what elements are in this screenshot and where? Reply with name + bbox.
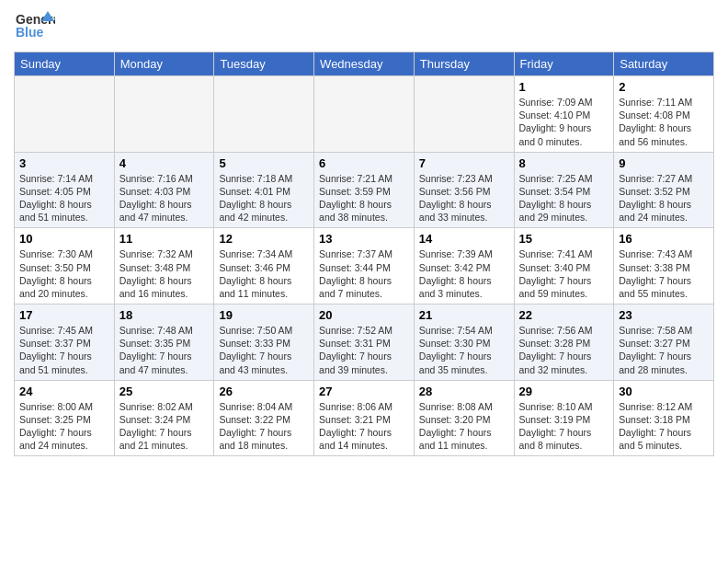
day-info: Sunrise: 7:41 AM Sunset: 3:40 PM Dayligh… xyxy=(519,247,609,300)
day-info: Sunrise: 7:30 AM Sunset: 3:50 PM Dayligh… xyxy=(19,247,109,300)
calendar: SundayMondayTuesdayWednesdayThursdayFrid… xyxy=(14,52,714,456)
day-info: Sunrise: 8:12 AM Sunset: 3:18 PM Dayligh… xyxy=(619,400,709,453)
day-info: Sunrise: 7:25 AM Sunset: 3:54 PM Dayligh… xyxy=(519,172,609,224)
calendar-cell xyxy=(214,76,314,153)
day-info: Sunrise: 7:58 AM Sunset: 3:27 PM Dayligh… xyxy=(619,324,709,376)
day-info: Sunrise: 7:32 AM Sunset: 3:48 PM Dayligh… xyxy=(119,247,210,300)
day-info: Sunrise: 7:21 AM Sunset: 3:59 PM Dayligh… xyxy=(319,172,409,224)
day-info: Sunrise: 8:00 AM Sunset: 3:25 PM Dayligh… xyxy=(19,400,109,453)
day-info: Sunrise: 7:23 AM Sunset: 3:56 PM Dayligh… xyxy=(419,172,509,224)
day-number: 13 xyxy=(319,232,409,246)
calendar-cell: 26Sunrise: 8:04 AM Sunset: 3:22 PM Dayli… xyxy=(214,380,314,456)
day-info: Sunrise: 7:45 AM Sunset: 3:37 PM Dayligh… xyxy=(19,324,109,376)
calendar-cell: 12Sunrise: 7:34 AM Sunset: 3:46 PM Dayli… xyxy=(214,228,314,304)
calendar-cell xyxy=(414,76,514,153)
calendar-cell: 1Sunrise: 7:09 AM Sunset: 4:10 PM Daylig… xyxy=(514,76,614,153)
weekday-header-cell: Friday xyxy=(514,52,614,76)
calendar-cell: 2Sunrise: 7:11 AM Sunset: 4:08 PM Daylig… xyxy=(614,76,714,153)
calendar-cell xyxy=(114,76,214,153)
day-info: Sunrise: 7:39 AM Sunset: 3:42 PM Dayligh… xyxy=(419,247,509,300)
day-info: Sunrise: 7:11 AM Sunset: 4:08 PM Dayligh… xyxy=(619,96,709,148)
day-number: 5 xyxy=(219,156,309,170)
calendar-cell: 22Sunrise: 7:56 AM Sunset: 3:28 PM Dayli… xyxy=(514,304,614,381)
day-number: 15 xyxy=(519,232,609,246)
calendar-cell: 8Sunrise: 7:25 AM Sunset: 3:54 PM Daylig… xyxy=(514,152,614,228)
main-container: General Blue SundayMondayTuesdayWednesda… xyxy=(0,0,728,465)
calendar-week-row: 3Sunrise: 7:14 AM Sunset: 4:05 PM Daylig… xyxy=(15,152,714,228)
day-number: 18 xyxy=(119,308,210,322)
day-number: 20 xyxy=(319,308,409,322)
day-info: Sunrise: 8:04 AM Sunset: 3:22 PM Dayligh… xyxy=(219,400,309,453)
calendar-cell: 25Sunrise: 8:02 AM Sunset: 3:24 PM Dayli… xyxy=(114,380,214,456)
day-info: Sunrise: 7:18 AM Sunset: 4:01 PM Dayligh… xyxy=(219,172,309,224)
day-number: 9 xyxy=(619,156,709,170)
weekday-header-cell: Tuesday xyxy=(214,52,314,76)
header: General Blue xyxy=(14,9,714,44)
day-number: 8 xyxy=(519,156,609,170)
day-number: 23 xyxy=(619,308,709,322)
day-info: Sunrise: 7:52 AM Sunset: 3:31 PM Dayligh… xyxy=(319,324,409,376)
weekday-header: SundayMondayTuesdayWednesdayThursdayFrid… xyxy=(15,52,714,76)
day-number: 21 xyxy=(419,308,509,322)
calendar-body: 1Sunrise: 7:09 AM Sunset: 4:10 PM Daylig… xyxy=(15,76,714,456)
day-number: 29 xyxy=(519,385,609,398)
day-info: Sunrise: 8:08 AM Sunset: 3:20 PM Dayligh… xyxy=(419,400,509,453)
day-number: 10 xyxy=(19,232,109,246)
day-number: 7 xyxy=(419,156,509,170)
day-info: Sunrise: 7:43 AM Sunset: 3:38 PM Dayligh… xyxy=(619,247,709,300)
calendar-week-row: 1Sunrise: 7:09 AM Sunset: 4:10 PM Daylig… xyxy=(15,76,714,153)
day-number: 24 xyxy=(19,385,109,398)
day-number: 17 xyxy=(19,308,109,322)
day-info: Sunrise: 8:02 AM Sunset: 3:24 PM Dayligh… xyxy=(119,400,210,453)
day-number: 4 xyxy=(119,156,210,170)
calendar-cell: 5Sunrise: 7:18 AM Sunset: 4:01 PM Daylig… xyxy=(214,152,314,228)
weekday-header-cell: Thursday xyxy=(414,52,514,76)
day-number: 30 xyxy=(619,385,709,398)
calendar-cell: 20Sunrise: 7:52 AM Sunset: 3:31 PM Dayli… xyxy=(314,304,415,381)
calendar-cell: 19Sunrise: 7:50 AM Sunset: 3:33 PM Dayli… xyxy=(214,304,314,381)
day-info: Sunrise: 7:50 AM Sunset: 3:33 PM Dayligh… xyxy=(219,324,309,376)
day-info: Sunrise: 7:48 AM Sunset: 3:35 PM Dayligh… xyxy=(119,324,210,376)
calendar-cell: 11Sunrise: 7:32 AM Sunset: 3:48 PM Dayli… xyxy=(114,228,214,304)
day-number: 1 xyxy=(519,80,609,94)
calendar-cell: 24Sunrise: 8:00 AM Sunset: 3:25 PM Dayli… xyxy=(15,380,115,456)
calendar-cell: 30Sunrise: 8:12 AM Sunset: 3:18 PM Dayli… xyxy=(614,380,714,456)
calendar-cell xyxy=(15,76,115,153)
calendar-cell: 14Sunrise: 7:39 AM Sunset: 3:42 PM Dayli… xyxy=(414,228,514,304)
calendar-cell: 7Sunrise: 7:23 AM Sunset: 3:56 PM Daylig… xyxy=(414,152,514,228)
calendar-cell: 13Sunrise: 7:37 AM Sunset: 3:44 PM Dayli… xyxy=(314,228,415,304)
calendar-cell: 29Sunrise: 8:10 AM Sunset: 3:19 PM Dayli… xyxy=(514,380,614,456)
day-number: 19 xyxy=(219,308,309,322)
day-number: 28 xyxy=(419,385,509,398)
day-info: Sunrise: 7:56 AM Sunset: 3:28 PM Dayligh… xyxy=(519,324,609,376)
day-info: Sunrise: 7:37 AM Sunset: 3:44 PM Dayligh… xyxy=(319,247,409,300)
day-number: 12 xyxy=(219,232,309,246)
day-info: Sunrise: 7:27 AM Sunset: 3:52 PM Dayligh… xyxy=(619,172,709,224)
calendar-cell: 17Sunrise: 7:45 AM Sunset: 3:37 PM Dayli… xyxy=(15,304,115,381)
day-info: Sunrise: 8:06 AM Sunset: 3:21 PM Dayligh… xyxy=(319,400,409,453)
calendar-cell: 9Sunrise: 7:27 AM Sunset: 3:52 PM Daylig… xyxy=(614,152,714,228)
day-number: 26 xyxy=(219,385,309,398)
weekday-header-cell: Sunday xyxy=(15,52,115,76)
calendar-cell: 15Sunrise: 7:41 AM Sunset: 3:40 PM Dayli… xyxy=(514,228,614,304)
calendar-cell: 16Sunrise: 7:43 AM Sunset: 3:38 PM Dayli… xyxy=(614,228,714,304)
day-info: Sunrise: 7:14 AM Sunset: 4:05 PM Dayligh… xyxy=(19,172,109,224)
weekday-header-cell: Wednesday xyxy=(314,52,415,76)
day-number: 2 xyxy=(619,80,709,94)
day-info: Sunrise: 7:54 AM Sunset: 3:30 PM Dayligh… xyxy=(419,324,509,376)
day-number: 25 xyxy=(119,385,210,398)
day-info: Sunrise: 8:10 AM Sunset: 3:19 PM Dayligh… xyxy=(519,400,609,453)
calendar-cell: 21Sunrise: 7:54 AM Sunset: 3:30 PM Dayli… xyxy=(414,304,514,381)
day-number: 22 xyxy=(519,308,609,322)
calendar-week-row: 10Sunrise: 7:30 AM Sunset: 3:50 PM Dayli… xyxy=(15,228,714,304)
logo-svg: General Blue xyxy=(14,9,55,44)
day-number: 16 xyxy=(619,232,709,246)
logo-wordmark: General Blue xyxy=(14,9,55,44)
day-number: 6 xyxy=(319,156,409,170)
weekday-header-cell: Saturday xyxy=(614,52,714,76)
svg-text:Blue: Blue xyxy=(16,25,44,40)
day-number: 3 xyxy=(19,156,109,170)
calendar-cell: 28Sunrise: 8:08 AM Sunset: 3:20 PM Dayli… xyxy=(414,380,514,456)
calendar-cell: 4Sunrise: 7:16 AM Sunset: 4:03 PM Daylig… xyxy=(114,152,214,228)
logo: General Blue xyxy=(14,9,55,44)
